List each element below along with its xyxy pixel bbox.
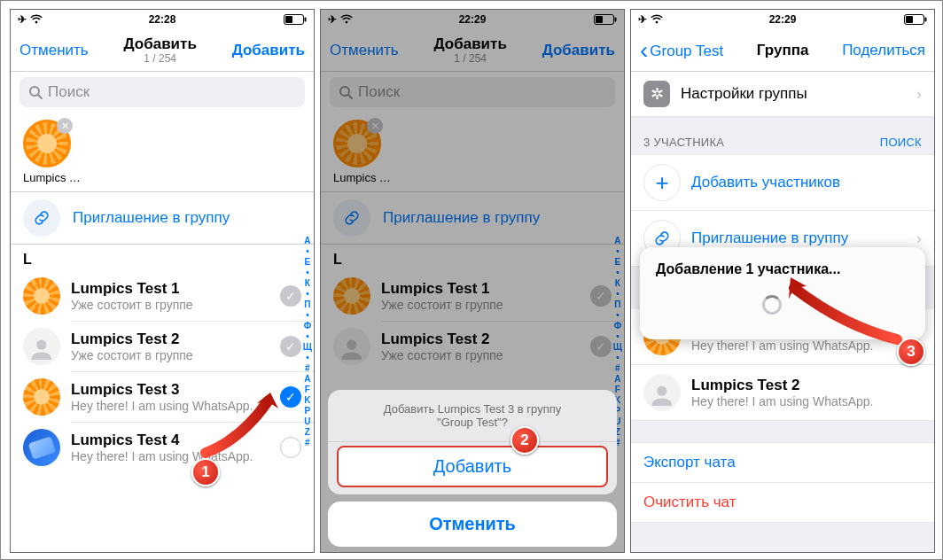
index-letter[interactable]: A xyxy=(613,374,622,385)
index-letter[interactable]: К xyxy=(303,278,312,289)
index-letter[interactable]: • xyxy=(613,353,622,363)
section-header-L: L xyxy=(321,245,624,271)
search-icon xyxy=(28,85,43,99)
add-button[interactable]: Добавить xyxy=(232,42,305,59)
cancel-button[interactable]: Отменить xyxy=(330,42,399,59)
contact-name: Lumpics Test 1 xyxy=(381,280,580,298)
index-letter[interactable]: # xyxy=(303,438,312,448)
remove-icon[interactable]: ✕ xyxy=(57,118,73,134)
selected-contact-chip[interactable]: ✕ Lumpics T... xyxy=(11,114,314,191)
index-letter[interactable]: • xyxy=(303,353,312,363)
participants-search-button[interactable]: ПОИСК xyxy=(880,136,922,149)
wifi-icon xyxy=(340,14,353,25)
invite-to-group-row[interactable]: Приглашение в группу xyxy=(11,192,314,244)
participant-row[interactable]: Lumpics Test 2Hey there! I am using What… xyxy=(631,365,934,421)
index-letter[interactable]: • xyxy=(303,310,312,321)
section-index-bar[interactable]: А•Е•К•П•Ф•Щ•#AFKPUZ# xyxy=(303,236,312,448)
index-letter[interactable]: • xyxy=(303,268,312,278)
nav-subtitle: 1 / 254 xyxy=(434,52,507,65)
index-letter[interactable]: • xyxy=(613,268,622,278)
confirm-add-button[interactable]: Добавить xyxy=(337,446,608,487)
index-letter[interactable]: Е xyxy=(613,257,622,268)
index-letter[interactable]: A xyxy=(303,374,312,385)
checkmark-selected-icon[interactable]: ✓ xyxy=(280,386,301,408)
contact-row[interactable]: Lumpics Test 2 Уже состоит в группе ✓ xyxy=(11,322,314,371)
hud-title: Добавление 1 участника... xyxy=(656,261,909,277)
index-letter[interactable]: U xyxy=(303,416,312,427)
contact-row[interactable]: Lumpics Test 3 Hey there! I am using Wha… xyxy=(11,372,314,422)
index-letter[interactable]: Е xyxy=(303,257,312,268)
add-participants-row[interactable]: + Добавить участников xyxy=(631,154,934,211)
contact-name: Lumpics Test 2 xyxy=(691,377,922,394)
group-settings-label: Настройки группы xyxy=(681,85,807,103)
sheet-cancel-button[interactable]: Отменить xyxy=(328,502,617,547)
index-letter[interactable]: # xyxy=(613,363,622,374)
action-sheet: Добавить Lumpics Test 3 в группу "Group … xyxy=(328,390,617,547)
contact-row[interactable]: Lumpics Test 4 Hey there! I am using Wha… xyxy=(11,423,314,472)
index-letter[interactable]: • xyxy=(303,289,312,299)
add-button[interactable]: Добавить xyxy=(542,42,615,59)
contact-avatar xyxy=(23,277,60,315)
index-letter[interactable]: П xyxy=(303,299,312,310)
svg-rect-7 xyxy=(596,16,603,23)
contact-status: Hey there! I am using WhatsApp. xyxy=(71,399,269,413)
index-letter[interactable]: А xyxy=(613,236,622,246)
battery-icon xyxy=(904,14,927,25)
index-letter[interactable]: • xyxy=(613,310,622,321)
checkbox-empty-icon[interactable] xyxy=(280,437,301,458)
contact-status: Уже состоит в группе xyxy=(71,298,269,312)
contact-avatar xyxy=(23,328,60,365)
chevron-right-icon: › xyxy=(916,85,922,104)
status-time: 22:28 xyxy=(149,13,176,26)
index-letter[interactable]: K xyxy=(303,395,312,406)
search-placeholder: Поиск xyxy=(48,83,90,101)
index-letter[interactable]: # xyxy=(303,363,312,374)
nav-title: Добавить xyxy=(124,36,197,52)
index-letter[interactable]: P xyxy=(303,406,312,416)
index-letter[interactable]: Щ xyxy=(613,342,622,353)
selected-contact-name: Lumpics T... xyxy=(333,171,392,184)
contact-row[interactable]: Lumpics Test 1 Уже состоит в группе ✓ xyxy=(11,271,314,321)
sheet-message: Добавить Lumpics Test 3 в группу "Group … xyxy=(328,390,617,442)
contact-name: Lumpics Test 1 xyxy=(71,280,269,298)
group-settings-row[interactable]: ✲ Настройки группы › xyxy=(631,72,934,117)
contact-status: Hey there! I am using WhatsApp. xyxy=(71,449,269,463)
svg-line-4 xyxy=(38,95,42,98)
index-letter[interactable]: F xyxy=(303,385,312,395)
status-bar: ✈ 22:29 xyxy=(631,10,934,29)
index-letter[interactable]: Ф xyxy=(613,321,622,331)
contact-status: Уже состоит в группе xyxy=(381,348,580,362)
svg-rect-6 xyxy=(614,18,616,22)
svg-rect-1 xyxy=(304,18,306,22)
invite-to-group-row[interactable]: Приглашение в группу xyxy=(321,192,624,244)
index-letter[interactable]: К xyxy=(613,278,622,289)
remove-icon[interactable]: ✕ xyxy=(367,118,383,134)
cancel-button[interactable]: Отменить xyxy=(19,42,89,59)
contact-name: Lumpics Test 2 xyxy=(381,331,580,348)
share-button[interactable]: Поделиться xyxy=(842,42,925,59)
battery-icon xyxy=(284,14,307,25)
index-letter[interactable]: • xyxy=(303,331,312,342)
back-button[interactable]: Group Test xyxy=(640,36,723,65)
checkmark-icon: ✓ xyxy=(590,285,612,307)
index-letter[interactable]: • xyxy=(613,289,622,299)
search-input[interactable]: Поиск xyxy=(19,77,305,107)
export-chat-row[interactable]: Экспорт чата xyxy=(631,443,934,483)
selected-contact-chip[interactable]: ✕ Lumpics T... xyxy=(321,114,624,191)
clear-chat-row[interactable]: Очистить чат xyxy=(631,483,934,523)
index-letter[interactable]: • xyxy=(303,246,312,257)
svg-rect-12 xyxy=(906,16,913,23)
index-letter[interactable]: Z xyxy=(303,427,312,438)
index-letter[interactable]: А xyxy=(303,236,312,246)
index-letter[interactable]: • xyxy=(613,331,622,342)
index-letter[interactable]: Ф xyxy=(303,321,312,331)
spinner-icon xyxy=(762,295,782,315)
search-input[interactable]: Поиск xyxy=(330,77,615,107)
wifi-icon xyxy=(30,14,43,25)
index-letter[interactable]: Щ xyxy=(303,342,312,353)
contact-row[interactable]: Lumpics Test 2Уже состоит в группе ✓ xyxy=(321,322,624,371)
index-letter[interactable]: П xyxy=(613,299,622,310)
index-letter[interactable]: • xyxy=(613,246,622,257)
contact-row[interactable]: Lumpics Test 1Уже состоит в группе ✓ xyxy=(321,271,624,321)
svg-rect-2 xyxy=(285,16,292,23)
